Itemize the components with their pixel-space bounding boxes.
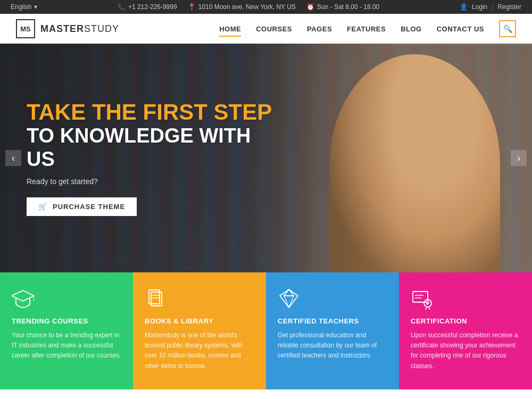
nav-courses[interactable]: COURSES <box>256 22 292 36</box>
top-bar: English ▾ 📞 +1 212-226-9999 📍 1010 Moon … <box>0 0 532 14</box>
feature-trending-courses: TRENDING COURSES Your chance to be a tre… <box>0 272 133 389</box>
search-icon: 🔍 <box>503 24 512 33</box>
features-section: TRENDING COURSES Your chance to be a tre… <box>0 272 532 389</box>
hero-prev-arrow[interactable]: ‹ <box>5 150 21 166</box>
main-nav: HOME COURSES PAGES FEATURES BLOG CONTACT… <box>219 20 516 37</box>
location-icon: 📍 <box>188 3 196 11</box>
certificate-icon <box>411 287 433 310</box>
diamond-icon <box>278 287 300 310</box>
feature-title-courses: TRENDING COURSES <box>12 317 121 325</box>
top-bar-left: English ▾ <box>11 3 37 11</box>
feature-title-books: BOOKS & LIBRARY <box>145 317 254 325</box>
svg-marker-0 <box>12 290 34 301</box>
nav-features[interactable]: FEATURES <box>347 22 386 36</box>
hero-subtitle: Ready to get started? <box>27 177 282 186</box>
feature-desc-certification: Upon successful completion receive a cer… <box>411 330 520 371</box>
feature-certified-teachers: CERTIFIED TEACHERS Get professional educ… <box>266 272 399 389</box>
hero-title-yellow: TAKE THE FIRST STEP <box>27 100 282 124</box>
logo[interactable]: MS MASTERSTUDY <box>16 19 119 38</box>
feature-certification: CERTIFICATION Upon successful completion… <box>399 272 532 389</box>
nav-contact[interactable]: CONTACT US <box>437 22 484 36</box>
phone-info: 📞 +1 212-226-9999 <box>118 3 177 11</box>
register-link[interactable]: Register <box>497 3 521 11</box>
svg-marker-7 <box>284 289 294 296</box>
logo-box: MS <box>16 19 35 38</box>
user-icon: 👤 <box>460 3 468 11</box>
hero-section: TAKE THE FIRST STEP TO KNOWLEDGE WITH US… <box>0 44 532 272</box>
purchase-button[interactable]: 🛒 PURCHASE THEME <box>27 197 137 216</box>
logo-text: MASTERSTUDY <box>40 23 119 35</box>
feature-desc-teachers: Get professional education and reliable … <box>278 330 387 361</box>
nav-blog[interactable]: BLOG <box>401 22 422 36</box>
top-bar-center: 📞 +1 212-226-9999 📍 1010 Moon ave, New Y… <box>118 3 379 11</box>
book-icon <box>145 287 167 310</box>
feature-title-teachers: CERTIFIED TEACHERS <box>278 317 387 325</box>
clock-icon: ⏰ <box>306 3 314 11</box>
hero-title-white: TO KNOWLEDGE WITH US <box>27 124 282 171</box>
phone-icon: 📞 <box>118 3 126 11</box>
header: MS MASTERSTUDY HOME COURSES PAGES FEATUR… <box>0 14 532 44</box>
search-button[interactable]: 🔍 <box>499 20 516 37</box>
svg-line-16 <box>429 307 430 310</box>
feature-title-certification: CERTIFICATION <box>411 317 520 325</box>
chevron-right-icon: › <box>517 153 520 164</box>
nav-home[interactable]: HOME <box>219 22 241 36</box>
graduation-cap-icon <box>12 287 34 310</box>
svg-marker-6 <box>280 289 298 307</box>
svg-line-15 <box>426 307 427 310</box>
hero-next-arrow[interactable]: › <box>511 150 527 166</box>
language-selector[interactable]: English ▾ <box>11 3 37 11</box>
hero-content: TAKE THE FIRST STEP TO KNOWLEDGE WITH US… <box>0 100 309 217</box>
feature-desc-books: Masterstudy is one of the world's busies… <box>145 330 254 371</box>
chevron-left-icon: ‹ <box>12 153 15 164</box>
feature-books-library: BOOKS & LIBRARY Masterstudy is one of th… <box>133 272 266 389</box>
address-info: 📍 1010 Moon ave, New York, NY US <box>188 3 296 11</box>
divider: | <box>492 3 493 11</box>
feature-desc-courses: Your chance to be a trending expert in I… <box>12 330 121 361</box>
top-bar-right: 👤 Login | Register <box>460 3 521 11</box>
cart-icon: 🛒 <box>38 203 47 211</box>
login-link[interactable]: Login <box>472 3 487 11</box>
nav-pages[interactable]: PAGES <box>307 22 332 36</box>
chevron-down-icon: ▾ <box>34 3 37 11</box>
hours-info: ⏰ Sun - Sat 8.00 - 18.00 <box>306 3 379 11</box>
